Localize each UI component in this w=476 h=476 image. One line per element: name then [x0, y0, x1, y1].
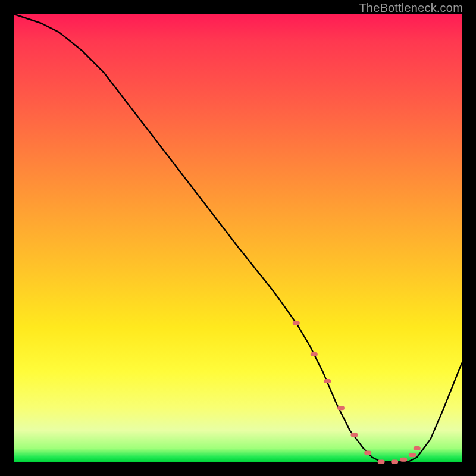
- chart-svg: [14, 14, 462, 462]
- highlight-dot: [364, 451, 371, 455]
- highlight-dots: [293, 321, 421, 464]
- highlight-dot: [351, 433, 358, 437]
- attribution-label: TheBottleneck.com: [359, 1, 463, 15]
- highlight-dot: [400, 458, 407, 462]
- plot-area: [14, 14, 462, 462]
- highlight-dot: [324, 379, 331, 383]
- highlight-dot: [378, 460, 385, 464]
- highlight-dot: [337, 406, 345, 410]
- bottleneck-curve: [14, 14, 462, 462]
- highlight-dot: [311, 352, 318, 356]
- highlight-dot: [414, 446, 421, 450]
- highlight-dot: [293, 321, 300, 325]
- highlight-dot: [409, 453, 416, 457]
- highlight-dot: [391, 460, 398, 464]
- chart-frame: TheBottleneck.com: [0, 0, 476, 476]
